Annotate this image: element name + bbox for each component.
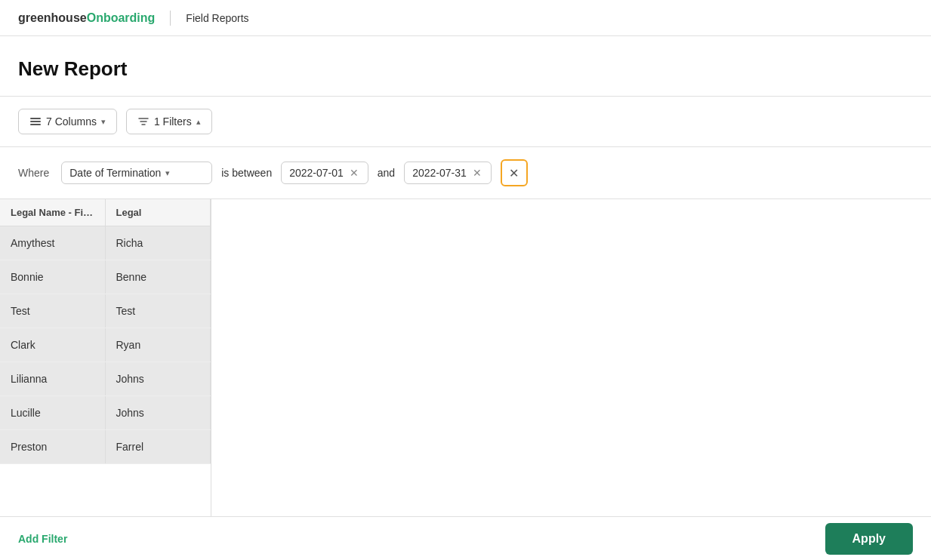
table-header-legal: Legal [106,199,211,226]
apply-button[interactable]: Apply [825,523,913,555]
table-row[interactable]: Bonnie Benne [0,260,211,294]
filter-remove-button[interactable]: ✕ [501,159,528,186]
table-cell-legal: Ryan [106,328,211,362]
svg-rect-2 [30,124,41,125]
filter-field-select[interactable]: Date of Termination ▾ [61,162,212,184]
header-nav[interactable]: Field Reports [186,12,248,24]
filter-date-to-value: 2022-07-31 [412,167,467,179]
filter-and-label: and [378,167,395,179]
filter-panel: Where Date of Termination ▾ is between 2… [0,147,931,199]
table-cell-first-name: Amythest [0,226,106,260]
table-header: Legal Name - First Name Legal [0,199,211,226]
where-label: Where [18,167,49,179]
svg-rect-0 [30,118,41,119]
table-row[interactable]: Lilianna Johns [0,362,211,396]
filter-field-value: Date of Termination [69,167,161,179]
table-cell-legal: Johns [106,362,211,395]
page-title: New Report [18,57,913,81]
toolbar: 7 Columns ▾ 1 Filters ▴ [0,97,931,147]
filter-date-from[interactable]: 2022-07-01 ✕ [281,162,368,184]
filter-date-to[interactable]: 2022-07-31 ✕ [404,162,492,184]
logo: greenhouse Onboarding [18,11,155,25]
filters-chevron-icon: ▴ [196,117,201,127]
header: greenhouse Onboarding Field Reports [0,0,931,36]
table-row[interactable]: Test Test [0,294,211,328]
main-content: Legal Name - First Name Legal Amythest R… [0,199,931,560]
columns-icon [29,115,42,128]
page-title-area: New Report [0,36,931,97]
table-row[interactable]: Lucille Johns [0,396,211,430]
filter-date-from-value: 2022-07-01 [289,167,344,179]
columns-label: 7 Columns [46,115,97,128]
table-cell-first-name: Clark [0,328,106,362]
header-divider [170,11,171,26]
columns-button[interactable]: 7 Columns ▾ [18,109,117,134]
add-filter-button[interactable]: Add Filter [18,533,67,545]
filter-icon [137,115,150,128]
filter-date-to-clear-button[interactable]: ✕ [471,168,483,178]
filter-operator-label: is between [221,167,272,179]
table-header-first-name: Legal Name - First Name [0,199,106,226]
table-cell-first-name: Lucille [0,396,106,429]
filter-field-chevron-icon: ▾ [165,168,170,178]
filter-overlay [211,199,931,560]
table-cell-first-name: Test [0,294,106,328]
filters-button[interactable]: 1 Filters ▴ [126,109,212,134]
table-cell-legal: Richa [106,226,211,260]
table-row[interactable]: Preston Farrel [0,430,211,464]
table-cell-legal: Test [106,294,211,328]
table-cell-legal: Farrel [106,430,211,463]
columns-chevron-icon: ▾ [101,117,106,127]
table-cell-first-name: Preston [0,430,106,463]
table-container: Legal Name - First Name Legal Amythest R… [0,199,211,560]
table-cell-legal: Johns [106,396,211,429]
table-cell-legal: Benne [106,260,211,294]
table-row[interactable]: Clark Ryan [0,328,211,362]
logo-greenhouse: greenhouse [18,11,87,25]
filter-remove-icon: ✕ [509,166,519,180]
table-cell-first-name: Lilianna [0,362,106,395]
footer: Add Filter Apply [0,516,931,560]
logo-onboarding: Onboarding [87,11,156,25]
table-cell-first-name: Bonnie [0,260,106,294]
table-row[interactable]: Amythest Richa [0,226,211,260]
filter-date-from-clear-button[interactable]: ✕ [348,168,360,178]
svg-rect-1 [30,121,41,122]
filters-label: 1 Filters [154,115,192,128]
